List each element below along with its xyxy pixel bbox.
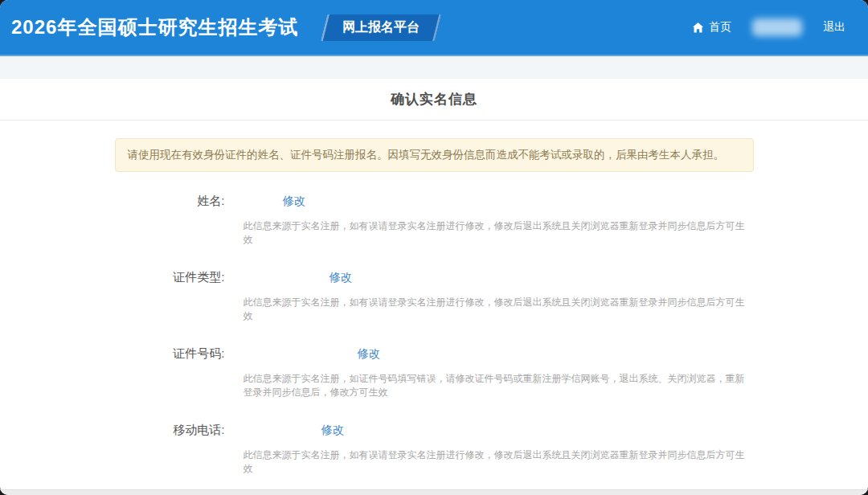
field-help-id-number: 此信息来源于实名注册，如证件号码填写错误，请修改证件号码或重新注册学信网账号，退…	[244, 372, 754, 399]
nav-home[interactable]: 首页	[692, 20, 731, 35]
field-value-redacted	[225, 271, 330, 284]
app-window: 2026年全国硕士研究生招生考试 网上报名平台 首页 退出 确认实名信息 请使用…	[0, 0, 868, 495]
field-label-id-number: 证件号码:	[115, 346, 225, 362]
field-line: 姓名: 修改	[115, 192, 754, 210]
field-value-redacted	[225, 347, 358, 360]
field-line: 移动电话: 修改	[115, 421, 754, 439]
field-value-redacted	[225, 194, 283, 207]
realname-form: 姓名: 修改 此信息来源于实名注册，如有误请登录实名注册进行修改，修改后退出系统…	[115, 192, 754, 476]
modify-id-type-link[interactable]: 修改	[330, 270, 353, 285]
sub-header-band	[0, 56, 868, 79]
field-line: 证件号码: 修改	[115, 345, 754, 362]
username-redacted	[752, 18, 802, 36]
app-title: 2026年全国硕士研究生招生考试	[11, 14, 298, 40]
main-content: 请使用现在有效身份证件的姓名、证件号码注册报名。因填写无效身份信息而造成不能考试…	[0, 121, 868, 495]
nav-home-label: 首页	[709, 20, 731, 35]
nav-logout-label: 退出	[823, 20, 845, 35]
top-nav: 首页 退出	[692, 18, 845, 36]
modify-id-number-link[interactable]: 修改	[358, 346, 381, 362]
field-label-name: 姓名:	[115, 194, 225, 209]
platform-badge-label: 网上报名平台	[342, 19, 420, 36]
page-title-bar: 确认实名信息	[0, 79, 868, 121]
field-row-id-number: 证件号码: 修改 此信息来源于实名注册，如证件号码填写错误，请修改证件号码或重新…	[115, 345, 754, 399]
modify-name-link[interactable]: 修改	[283, 194, 306, 209]
brand: 2026年全国硕士研究生招生考试 网上报名平台	[11, 14, 438, 41]
modify-mobile-link[interactable]: 修改	[321, 423, 345, 438]
field-line: 证件类型: 修改	[115, 268, 754, 286]
page-title: 确认实名信息	[391, 90, 477, 108]
field-label-id-type: 证件类型:	[115, 270, 225, 285]
field-row-id-type: 证件类型: 修改 此信息来源于实名注册，如有误请登录实名注册进行修改，修改后退出…	[115, 268, 754, 323]
notice-banner: 请使用现在有效身份证件的姓名、证件号码注册报名。因填写无效身份信息而造成不能考试…	[115, 138, 754, 172]
field-help-mobile: 此信息来源于实名注册，如有误请登录实名注册进行修改，修改后退出系统且关闭浏览器重…	[244, 448, 754, 476]
field-row-mobile: 移动电话: 修改 此信息来源于实名注册，如有误请登录实名注册进行修改，修改后退出…	[115, 421, 754, 476]
field-row-name: 姓名: 修改 此信息来源于实名注册，如有误请登录实名注册进行修改，修改后退出系统…	[115, 192, 754, 247]
field-label-mobile: 移动电话:	[115, 423, 225, 438]
platform-badge: 网上报名平台	[321, 14, 441, 41]
horizontal-scrollbar-track[interactable]	[0, 489, 868, 495]
notice-text: 请使用现在有效身份证件的姓名、证件号码注册报名。因填写无效身份信息而造成不能考试…	[128, 149, 725, 161]
header: 2026年全国硕士研究生招生考试 网上报名平台 首页 退出	[0, 0, 868, 56]
field-help-id-type: 此信息来源于实名注册，如有误请登录实名注册进行修改，修改后退出系统且关闭浏览器重…	[244, 296, 754, 323]
field-value-redacted	[225, 423, 321, 436]
field-help-name: 此信息来源于实名注册，如有误请登录实名注册进行修改，修改后退出系统且关闭浏览器重…	[244, 219, 754, 247]
nav-logout[interactable]: 退出	[823, 20, 845, 35]
home-icon	[692, 22, 704, 34]
